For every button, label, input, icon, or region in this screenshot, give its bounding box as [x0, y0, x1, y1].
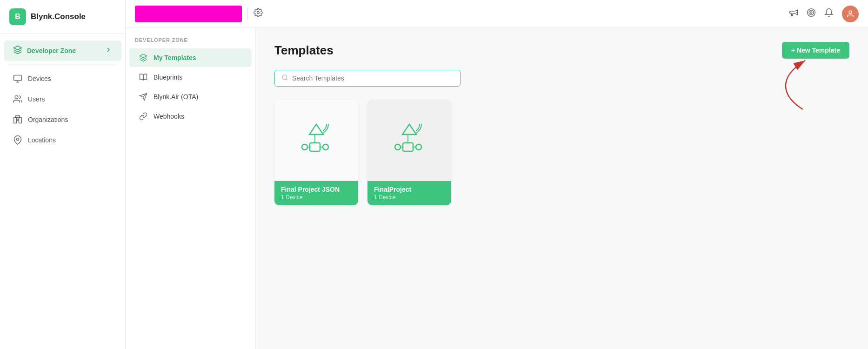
users-icon	[13, 94, 22, 104]
template-card-visual-1	[367, 100, 451, 181]
megaphone-icon[interactable]	[789, 8, 798, 20]
blynkair-icon	[139, 93, 148, 101]
sidebar-item-locations[interactable]: Locations	[4, 130, 121, 150]
chevron-right-icon	[105, 46, 112, 55]
page-title: Templates	[274, 43, 334, 58]
organizations-icon	[13, 115, 22, 124]
devices-label: Devices	[28, 75, 51, 82]
blueprints-label: Blueprints	[154, 74, 182, 81]
devices-icon	[13, 74, 22, 83]
template-icon-1	[391, 121, 428, 160]
svg-rect-0	[14, 75, 22, 81]
sidebar-nav: Developer Zone Devices Users	[0, 34, 125, 156]
blynkair-label: Blynk.Air (OTA)	[154, 93, 198, 101]
user-avatar[interactable]	[842, 6, 859, 22]
blueprints-icon	[139, 73, 148, 81]
subsidebar-item-webhooks[interactable]: Webhooks	[129, 107, 252, 126]
svg-point-11	[808, 9, 815, 17]
my-templates-label: My Templates	[154, 54, 196, 61]
target-icon[interactable]	[807, 8, 816, 20]
settings-icon[interactable]	[254, 8, 263, 20]
svg-rect-26	[403, 143, 413, 151]
svg-point-3	[15, 96, 18, 99]
webhooks-label: Webhooks	[154, 113, 184, 120]
template-card-devices-1: 1 Device	[374, 194, 445, 201]
topbar-pink-box[interactable]	[135, 6, 242, 22]
main: DEVELOPER ZONE My Templates Blueprints	[126, 0, 868, 349]
developer-zone-label: Developer Zone	[27, 47, 76, 54]
topbar	[126, 0, 868, 28]
sidebar-item-users[interactable]: Users	[4, 89, 121, 109]
svg-rect-5	[19, 118, 22, 123]
template-card-visual-0	[274, 100, 358, 181]
search-bar	[274, 70, 461, 87]
sub-sidebar: DEVELOPER ZONE My Templates Blueprints	[126, 28, 256, 349]
search-icon	[281, 74, 288, 82]
sidebar-item-organizations[interactable]: Organizations	[4, 110, 121, 129]
users-label: Users	[28, 95, 45, 103]
svg-point-12	[809, 10, 814, 15]
svg-point-24	[323, 144, 328, 150]
sidebar-divider	[7, 65, 118, 65]
search-input[interactable]	[292, 74, 454, 82]
new-template-button[interactable]: + New Template	[782, 42, 849, 59]
organizations-label: Organizations	[28, 116, 68, 123]
svg-rect-6	[16, 116, 20, 118]
svg-point-10	[257, 12, 260, 14]
page-content: Templates + New Template	[256, 28, 868, 349]
template-card-name-0: Final Project JSON	[281, 186, 352, 193]
svg-rect-4	[14, 118, 17, 123]
bell-icon[interactable]	[824, 8, 834, 20]
subsidebar-item-my-templates[interactable]: My Templates	[129, 48, 252, 67]
sidebar-item-devices[interactable]: Devices	[4, 69, 121, 88]
template-card-footer-0: Final Project JSON 1 Device	[274, 181, 358, 205]
svg-point-13	[810, 12, 812, 13]
svg-point-30	[416, 144, 421, 150]
template-icon-0	[298, 121, 335, 160]
svg-line-19	[286, 79, 287, 80]
svg-point-14	[849, 11, 852, 13]
my-templates-icon	[139, 54, 148, 62]
template-card-footer-1: FinalProject 1 Device	[367, 181, 451, 205]
zone-label: DEVELOPER ZONE	[126, 37, 255, 47]
sidebar-item-developer-zone[interactable]: Developer Zone	[4, 40, 121, 61]
template-card-1[interactable]: FinalProject 1 Device	[367, 100, 451, 205]
template-card-0[interactable]: Final Project JSON 1 Device	[274, 100, 358, 205]
subsidebar-item-blueprints[interactable]: Blueprints	[129, 68, 252, 87]
page-header: Templates + New Template	[274, 42, 849, 59]
svg-point-22	[302, 144, 307, 150]
svg-rect-20	[310, 143, 320, 151]
content-layout: DEVELOPER ZONE My Templates Blueprints	[126, 28, 868, 349]
logo-icon: B	[9, 8, 26, 25]
sidebar-logo: B Blynk.Console	[0, 0, 125, 34]
topbar-right	[789, 6, 859, 22]
template-card-name-1: FinalProject	[374, 186, 445, 193]
svg-point-9	[17, 138, 19, 141]
locations-label: Locations	[28, 136, 56, 144]
app-name: Blynk.Console	[31, 12, 86, 21]
subsidebar-item-blynk-air[interactable]: Blynk.Air (OTA)	[129, 87, 252, 106]
developer-zone-icon	[13, 45, 22, 56]
template-card-devices-0: 1 Device	[281, 194, 352, 201]
topbar-divider	[247, 8, 248, 20]
templates-grid: Final Project JSON 1 Device	[274, 100, 849, 205]
sidebar: B Blynk.Console Developer Zone	[0, 0, 126, 349]
svg-point-28	[395, 144, 401, 150]
locations-icon	[13, 135, 22, 145]
svg-point-18	[282, 75, 287, 80]
webhooks-icon	[139, 112, 148, 121]
